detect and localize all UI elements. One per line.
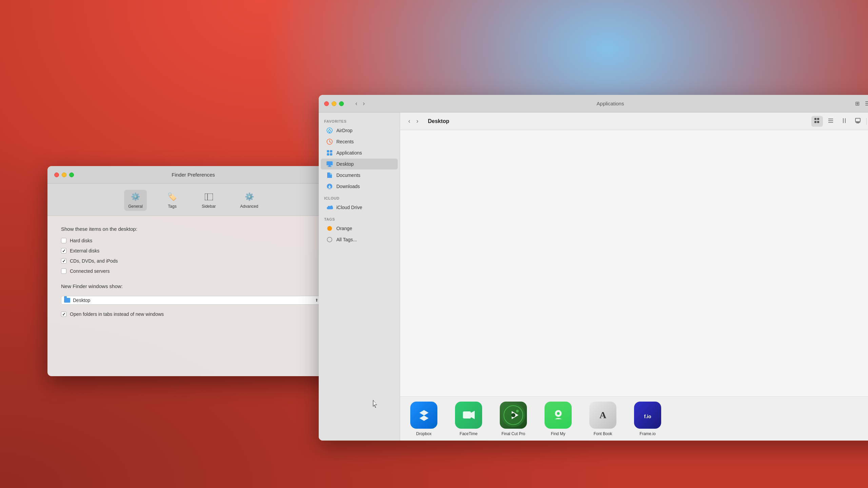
check-mark: ✓ — [62, 249, 66, 253]
toolbar-divider — [866, 118, 867, 125]
sidebar-item-airdrop[interactable]: AirDrop — [321, 125, 398, 136]
sidebar-item-downloads[interactable]: Downloads — [321, 181, 398, 192]
gallery-view-button-2[interactable] — [852, 116, 864, 127]
app-item-findmy[interactable]: Find My — [541, 402, 575, 436]
fontbook-label: Font Book — [594, 431, 612, 436]
hard-disks-checkbox[interactable] — [61, 238, 66, 243]
svg-rect-9 — [327, 161, 333, 165]
cds-checkbox[interactable]: ✓ — [61, 258, 66, 264]
finder-close-button[interactable] — [324, 101, 329, 106]
sidebar-item-recents[interactable]: Recents — [321, 136, 398, 147]
documents-icon — [326, 172, 333, 179]
content-nav-buttons: ‹ › — [406, 116, 421, 126]
new-finder-dropdown[interactable]: Desktop ⬆⬇ — [61, 296, 326, 305]
open-folders-checkbox[interactable]: ✓ — [61, 311, 66, 317]
prefs-traffic-lights — [54, 172, 74, 177]
connected-servers-checkbox[interactable] — [61, 268, 66, 274]
sidebar-item-applications[interactable]: Applications — [321, 147, 398, 158]
check-mark-3: ✓ — [62, 312, 66, 317]
desktop-icon — [326, 161, 333, 167]
prefs-title: Finder Preferences — [172, 172, 215, 178]
content-forward-button[interactable]: › — [414, 116, 421, 126]
app-item-frameio[interactable]: f.io Frame.io — [631, 402, 665, 436]
sidebar-item-icloud-drive[interactable]: iCloud Drive — [321, 202, 398, 213]
finder-minimize-button[interactable] — [332, 101, 336, 106]
dropbox-label: Dropbox — [416, 431, 431, 436]
dropdown-value: Desktop — [73, 298, 312, 303]
finder-toolbar-icons: ⊞ ☰ ⊟ ⊡ ⊞▾ ⬆ ◇ ⊕▾ ⌕ — [854, 99, 868, 108]
facetime-label: FaceTime — [460, 431, 478, 436]
content-back-button[interactable]: ‹ — [406, 116, 413, 126]
app-item-dropbox[interactable]: Dropbox — [407, 402, 441, 436]
prefs-sidebar-tab[interactable]: Sidebar — [198, 190, 220, 211]
sidebar-icon — [204, 192, 214, 202]
svg-text:f.io: f.io — [644, 414, 651, 419]
recents-label: Recents — [336, 139, 354, 144]
sidebar-item-all-tags[interactable]: All Tags... — [321, 234, 398, 245]
finalcut-label: Final Cut Pro — [501, 431, 525, 436]
content-title: Desktop — [428, 118, 449, 124]
hard-disks-item: Hard disks — [61, 238, 326, 243]
advanced-label: Advanced — [240, 204, 258, 209]
grid-view-button[interactable] — [811, 116, 823, 127]
prefs-maximize-button[interactable] — [69, 172, 74, 177]
finder-forward-button[interactable]: › — [361, 99, 367, 108]
orange-tag-icon — [326, 225, 333, 232]
sidebar-item-orange[interactable]: Orange — [321, 223, 398, 234]
sidebar-item-desktop[interactable]: Desktop — [321, 159, 398, 169]
svg-rect-18 — [814, 121, 816, 123]
open-folders-label: Open folders in tabs instead of new wind… — [70, 311, 164, 317]
prefs-section-title: Show these items on the desktop: — [61, 226, 326, 232]
app-item-facetime[interactable]: FaceTime — [452, 402, 486, 436]
tags-icon: 🏷️ — [167, 192, 177, 202]
finder-sidebar: Favorites AirDrop — [319, 113, 400, 441]
list-view-button[interactable]: ☰ — [864, 99, 868, 108]
svg-rect-17 — [817, 118, 819, 120]
finder-maximize-button[interactable] — [339, 101, 344, 106]
svg-point-45 — [511, 413, 515, 417]
svg-point-15 — [327, 237, 332, 242]
app-item-fontbook[interactable]: A Font Book — [586, 402, 620, 436]
check-mark-2: ✓ — [62, 259, 66, 263]
folder-icon — [64, 298, 70, 303]
sidebar-item-documents[interactable]: Documents — [321, 170, 398, 181]
finder-content: ‹ › Desktop — [400, 113, 868, 441]
prefs-titlebar: Finder Preferences — [47, 166, 339, 184]
svg-rect-6 — [330, 150, 332, 152]
prefs-advanced-tab[interactable]: ⚙️ Advanced — [236, 190, 262, 211]
facetime-app-icon — [455, 402, 482, 429]
svg-marker-41 — [471, 411, 475, 419]
svg-rect-8 — [330, 153, 332, 156]
external-disks-checkbox[interactable]: ✓ — [61, 248, 66, 253]
finder-titlebar-title: Applications — [371, 101, 850, 106]
list-view-button-2[interactable] — [825, 116, 836, 127]
apps-strip: Dropbox FaceTime — [400, 396, 868, 441]
finder-body: Favorites AirDrop — [319, 113, 868, 441]
column-view-button-2[interactable] — [839, 116, 850, 127]
desktop-label: Desktop — [336, 161, 354, 167]
svg-point-14 — [327, 226, 332, 231]
prefs-close-button[interactable] — [54, 172, 59, 177]
content-toolbar: ‹ › Desktop — [400, 113, 868, 130]
prefs-minimize-button[interactable] — [62, 172, 66, 177]
app-item-finalcut[interactable]: Final Cut Pro — [496, 402, 530, 436]
icloud-icon — [326, 204, 333, 211]
findmy-app-icon — [545, 402, 572, 429]
prefs-tags-tab[interactable]: 🏷️ Tags — [163, 190, 181, 211]
svg-marker-39 — [419, 410, 429, 421]
tags-section-label: Tags — [319, 213, 400, 223]
content-toolbar-right — [811, 116, 868, 127]
finder-nav-buttons: ‹ › — [353, 99, 367, 108]
finder-window: ‹ › Applications ⊞ ☰ ⊟ ⊡ ⊞▾ ⬆ ◇ ⊕▾ ⌕ Fav… — [319, 95, 868, 441]
icon-view-button[interactable]: ⊞ — [854, 99, 861, 108]
downloads-icon — [326, 183, 333, 190]
all-tags-label: All Tags... — [336, 237, 357, 242]
finder-back-button[interactable]: ‹ — [353, 99, 359, 108]
open-folders-row: ✓ Open folders in tabs instead of new wi… — [61, 311, 326, 317]
connected-servers-label: Connected servers — [70, 268, 110, 274]
svg-rect-11 — [328, 166, 332, 167]
prefs-content: Show these items on the desktop: Hard di… — [47, 216, 339, 327]
svg-rect-0 — [205, 194, 213, 200]
prefs-general-tab[interactable]: ⚙️ General — [124, 190, 147, 211]
svg-text:A: A — [599, 410, 606, 420]
